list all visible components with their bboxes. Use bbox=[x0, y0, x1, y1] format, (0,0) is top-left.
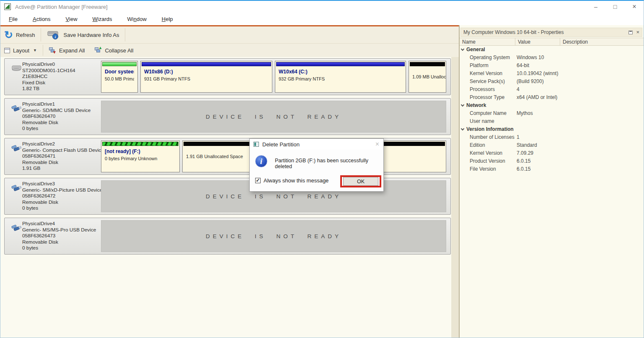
partition-label: Door systeem ( bbox=[105, 69, 134, 75]
panel-splitter[interactable] bbox=[459, 25, 460, 338]
collapse-all-button[interactable]: ▲ Collapse All bbox=[91, 44, 137, 57]
drive-size: 0 bytes bbox=[22, 245, 96, 251]
menu-wizards[interactable]: Wizards bbox=[87, 13, 118, 25]
refresh-button[interactable]: ↻ Refresh bbox=[0, 26, 39, 43]
drive-row-physicaldrive0[interactable]: PhysicalDrive0ST2000DM001-1CH164Z1E83HCC… bbox=[4, 58, 451, 95]
dialog-title-bar: Delete Partition × bbox=[250, 139, 383, 150]
properties-row[interactable]: Computer NameMythos bbox=[460, 109, 644, 117]
minimize-button[interactable]: – bbox=[586, 1, 605, 13]
checkmark-icon: ✓ bbox=[256, 178, 260, 182]
dialog-icon bbox=[253, 142, 259, 147]
drive-name: PhysicalDrive4 bbox=[22, 221, 96, 227]
property-name: Platform bbox=[470, 62, 489, 68]
dialog-close-icon[interactable]: × bbox=[375, 140, 379, 148]
properties-row[interactable]: Operating SystemWindows 10 bbox=[460, 54, 644, 62]
partition-tile[interactable]: [not ready] (F:)0 bytes Primary Unknown bbox=[101, 140, 180, 172]
drive-serial: 058F63626470 bbox=[22, 113, 91, 120]
menu-view[interactable]: View bbox=[60, 13, 83, 25]
drive-name: PhysicalDrive3 bbox=[22, 181, 102, 187]
drive-name: PhysicalDrive0 bbox=[22, 61, 75, 68]
layout-dropdown-button[interactable]: Layout ▼ bbox=[0, 44, 41, 57]
partition-info: 0 bytes Primary Unknown bbox=[105, 156, 176, 161]
properties-row[interactable]: Number of Licenses1 bbox=[460, 133, 644, 141]
partition-type-bar-green bbox=[102, 62, 137, 66]
partition-tile[interactable]: W10x86 (D:)931 GB Primary NTFS bbox=[140, 61, 272, 93]
expand-all-button[interactable]: ▼ Expand All bbox=[45, 44, 89, 57]
save-hardware-info-button[interactable]: i Save Hardware Info As bbox=[43, 26, 123, 43]
properties-row[interactable]: EditionStandard bbox=[460, 141, 644, 149]
drive-name: PhysicalDrive1 bbox=[22, 101, 91, 107]
drive-kind: Removable Disk bbox=[22, 239, 96, 245]
menu-actions[interactable]: Actions bbox=[27, 13, 56, 25]
ok-button[interactable]: OK bbox=[343, 177, 378, 186]
save-hardware-label: Save Hardware Info As bbox=[63, 32, 119, 38]
usb-stick-icon bbox=[11, 223, 22, 233]
properties-row[interactable]: File Version6.0.15 bbox=[460, 165, 644, 173]
property-value: Mythos bbox=[517, 110, 533, 116]
property-name: Edition bbox=[470, 142, 485, 148]
dialog-title: Delete Partition bbox=[262, 141, 300, 148]
property-name: Kernel Version bbox=[470, 70, 502, 76]
title-bar: Active@ Partition Manager [Freeware] – □… bbox=[0, 1, 644, 13]
toolbar-separator bbox=[41, 28, 41, 42]
refresh-label: Refresh bbox=[16, 32, 35, 38]
property-name: Operating System bbox=[470, 55, 510, 60]
always-show-checkbox[interactable]: ✓ bbox=[255, 178, 261, 183]
collapse-all-label: Collapse All bbox=[105, 47, 133, 54]
menu-window[interactable]: Window bbox=[122, 13, 152, 25]
property-name: User name bbox=[470, 118, 494, 124]
column-header-value[interactable]: Value bbox=[515, 38, 560, 46]
properties-section-version-information[interactable]: Version Information bbox=[460, 125, 644, 133]
property-value: 6.0.15 bbox=[517, 158, 530, 164]
drive-model: Generic- MS/MS-Pro USB Device bbox=[22, 227, 96, 233]
panel-gutter bbox=[451, 57, 459, 338]
column-header-description[interactable]: Description bbox=[560, 38, 644, 46]
window-controls: – □ × bbox=[586, 1, 644, 13]
app-icon[interactable] bbox=[4, 3, 11, 10]
property-name: Processors bbox=[470, 86, 495, 92]
hard-disk-icon bbox=[11, 64, 22, 74]
properties-row[interactable]: Processors4 bbox=[460, 86, 644, 94]
drive-row-physicaldrive2[interactable]: PhysicalDrive2Generic- Compact Flash USB… bbox=[4, 138, 451, 175]
drive-row-physicaldrive1[interactable]: PhysicalDrive1Generic- SD/MMC USB Device… bbox=[4, 98, 451, 135]
partition-tile[interactable]: W10x64 (C:)932 GB Primary NTFS bbox=[275, 61, 406, 93]
property-name: Processor Type bbox=[470, 94, 504, 100]
drive-row-physicaldrive3[interactable]: PhysicalDrive3Generic- SM/xD-Picture USB… bbox=[4, 178, 451, 215]
drive-row-physicaldrive4[interactable]: PhysicalDrive4Generic- MS/MS-Pro USB Dev… bbox=[4, 218, 451, 255]
properties-row[interactable]: Kernel Version7.09.29 bbox=[460, 149, 644, 157]
chevron-down-icon bbox=[461, 47, 464, 51]
float-panel-icon[interactable] bbox=[628, 31, 633, 34]
properties-section-network[interactable]: Network bbox=[460, 101, 644, 109]
always-show-label: Always show this message bbox=[264, 177, 328, 184]
column-header-name[interactable]: Name bbox=[460, 38, 515, 46]
property-name: Kernel Version bbox=[470, 150, 502, 156]
toolbar-separator bbox=[125, 28, 125, 42]
menu-help[interactable]: Help bbox=[156, 13, 178, 25]
close-button[interactable]: × bbox=[625, 1, 644, 13]
menu-file[interactable]: File bbox=[3, 13, 23, 25]
chevron-down-icon bbox=[461, 103, 464, 107]
partition-tile[interactable]: 1.09 MB Unalloc bbox=[409, 61, 446, 93]
maximize-button[interactable]: □ bbox=[605, 1, 625, 13]
usb-stick-icon bbox=[11, 183, 22, 193]
property-value: Windows 10 bbox=[517, 55, 544, 60]
properties-section-general[interactable]: General bbox=[460, 46, 644, 54]
properties-row[interactable]: Processor Typex64 (AMD or Intel) bbox=[460, 94, 644, 101]
properties-row[interactable]: Product Version6.0.15 bbox=[460, 157, 644, 165]
drive-model: ST2000DM001-1CH164 bbox=[22, 68, 75, 74]
drive-name: PhysicalDrive2 bbox=[22, 141, 104, 147]
toolbar-main: ↻ Refresh i Save Hardware Info As bbox=[0, 26, 459, 44]
menu-bar: FileActionsViewWizardsWindowHelp bbox=[0, 13, 644, 25]
properties-row[interactable]: Service Pack(s) (Build 9200) bbox=[460, 78, 644, 86]
drive-kind: Removable Disk bbox=[22, 159, 104, 166]
partition-label: [not ready] (F:) bbox=[105, 148, 176, 154]
drive-size: 1.82 TB bbox=[22, 86, 75, 92]
properties-row[interactable]: Kernel Version10.0.19042 (winnt) bbox=[460, 70, 644, 78]
properties-row[interactable]: User name bbox=[460, 117, 644, 125]
delete-partition-dialog: Delete Partition × i Partition 2GB (F:) … bbox=[249, 138, 384, 192]
partition-type-bar-striped bbox=[102, 142, 178, 146]
window-title: Active@ Partition Manager [Freeware] bbox=[15, 4, 108, 10]
close-panel-icon[interactable]: × bbox=[636, 30, 639, 34]
partition-tile[interactable]: Door systeem (50.0 MB Primary bbox=[101, 61, 138, 93]
properties-row[interactable]: Platform64-bit bbox=[460, 62, 644, 70]
